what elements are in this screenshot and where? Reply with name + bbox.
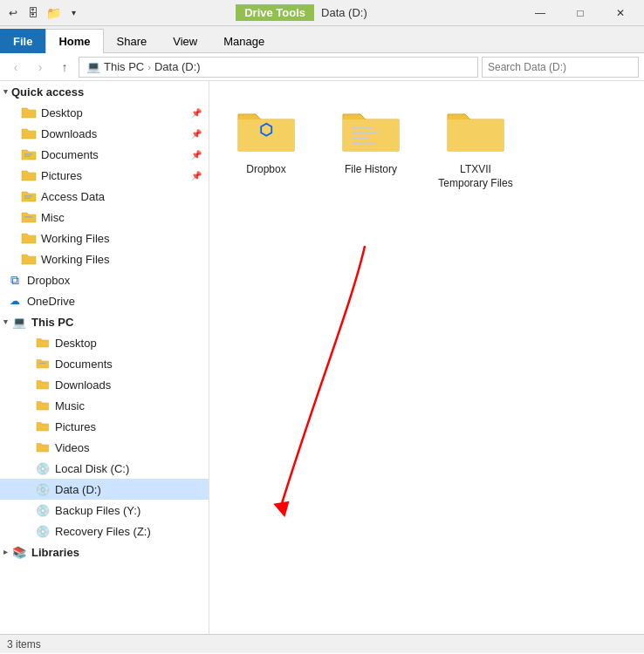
main-layout: ▾ Quick access Desktop 📌 Downloads 📌 Doc… [0, 81, 644, 634]
thispc-icon: 💻 [11, 314, 27, 330]
sidebar-item-label: Local Disk (C:) [55, 462, 129, 475]
folder-icon-large [336, 99, 406, 160]
ribbon: File Home Share View Manage [0, 26, 644, 53]
sidebar-thispc-desktop[interactable]: Desktop [0, 332, 209, 353]
folder-label: LTXVII Temporary Files [436, 163, 515, 190]
window-controls: — □ ✕ [520, 3, 641, 23]
this-pc-label: This PC [104, 60, 144, 73]
titlebar: ↩ 🗄 📁 ▾ Drive Tools Data (D:) — □ ✕ [0, 0, 644, 26]
titlebar-text: Drive Tools Data (D:) [83, 4, 520, 21]
folder-ltxvii[interactable]: LTXVII Temporary Files [436, 99, 515, 190]
svg-rect-8 [352, 132, 378, 134]
tab-manage[interactable]: Manage [210, 29, 277, 53]
svg-rect-9 [352, 137, 369, 140]
onedrive-icon: ☁ [7, 293, 23, 309]
sidebar-item-label: Dropbox [27, 274, 70, 287]
minimize-button[interactable]: — [520, 3, 560, 23]
folder-icon [21, 126, 37, 141]
sidebar-item-label: Data (D:) [55, 483, 101, 496]
close-button[interactable]: ✕ [600, 3, 641, 23]
addressbar: ‹ › ↑ 💻 This PC › Data (D:) [0, 53, 644, 81]
thispc-header[interactable]: ▾ 💻 This PC [0, 311, 209, 332]
tab-file[interactable]: File [0, 29, 45, 53]
folder-icon [21, 230, 37, 246]
svg-rect-7 [352, 126, 373, 129]
sidebar-item-label: Backup Files (Y:) [55, 504, 140, 517]
drive-tools-label: Drive Tools [236, 4, 314, 21]
new-folder-button[interactable]: 📁 [44, 3, 63, 23]
sidebar-item-working-files-2[interactable]: Working Files [0, 249, 209, 269]
sidebar-item-working-files-1[interactable]: Working Files [0, 228, 209, 249]
sidebar-item-label: Documents [41, 148, 99, 161]
path-separator: › [147, 62, 151, 72]
folder-grid: ⬡ Dropbox F [227, 99, 627, 190]
items-count: 3 items [7, 638, 41, 651]
sidebar-thispc-pictures[interactable]: Pictures [0, 416, 209, 437]
sidebar-item-documents[interactable]: Documents 📌 [0, 144, 209, 165]
dropbox-icon: ⧉ [7, 272, 23, 288]
folder-dropbox[interactable]: ⬡ Dropbox [227, 99, 305, 177]
content-area: ⬡ Dropbox F [209, 81, 644, 634]
sidebar-item-label: Downloads [55, 378, 111, 392]
sidebar-item-label: Downloads [41, 127, 97, 140]
disk-icon: 💿 [35, 481, 51, 497]
svg-rect-4 [24, 216, 32, 218]
forward-button[interactable]: › [30, 57, 51, 78]
maximize-button[interactable]: □ [560, 3, 600, 23]
sidebar-item-label: Pictures [41, 169, 82, 182]
sidebar-item-onedrive[interactable]: ☁ OneDrive [0, 290, 209, 311]
sidebar-item-label: Access Data [41, 190, 105, 203]
sidebar-item-label: Desktop [55, 337, 97, 350]
libraries-header[interactable]: ▸ 📚 Libraries [0, 542, 209, 562]
folder-file-history[interactable]: File History [332, 99, 410, 177]
statusbar: 3 items [0, 634, 644, 653]
sidebar-item-downloads[interactable]: Downloads 📌 [0, 123, 209, 144]
libraries-icon: 📚 [11, 544, 27, 560]
sidebar-thispc-downloads[interactable]: Downloads [0, 374, 209, 395]
expand-icon: ▾ [3, 317, 8, 326]
sidebar-item-label: Pictures [55, 420, 96, 433]
sidebar-item-label: OneDrive [27, 295, 75, 308]
sidebar-thispc-datad[interactable]: 💿 Data (D:) [0, 479, 209, 500]
sidebar-item-dropbox[interactable]: ⧉ Dropbox [0, 269, 209, 290]
undo-button[interactable]: ↩ [3, 3, 23, 23]
sidebar-thispc-documents[interactable]: Documents [0, 353, 209, 374]
customize-qat-button[interactable]: ▾ [64, 3, 83, 23]
pin-icon: 📌 [191, 129, 202, 139]
svg-rect-2 [24, 195, 32, 197]
search-input[interactable] [482, 57, 639, 78]
sidebar-item-misc[interactable]: Misc [0, 207, 209, 228]
sidebar: ▾ Quick access Desktop 📌 Downloads 📌 Doc… [0, 81, 209, 634]
tab-home[interactable]: Home [45, 29, 103, 53]
svg-rect-10 [352, 142, 376, 145]
thispc-label: This PC [31, 316, 73, 329]
sidebar-item-access-data[interactable]: Access Data [0, 186, 209, 207]
sidebar-item-label: Music [55, 399, 85, 412]
sidebar-thispc-backupy[interactable]: 💿 Backup Files (Y:) [0, 500, 209, 521]
folder-icon [21, 146, 37, 162]
back-button[interactable]: ‹ [5, 57, 26, 78]
up-button[interactable]: ↑ [54, 57, 75, 78]
sidebar-thispc-music[interactable]: Music [0, 395, 209, 416]
sidebar-thispc-videos[interactable]: Videos [0, 437, 209, 458]
folder-icon [21, 167, 37, 183]
tab-share[interactable]: Share [104, 29, 161, 53]
folder-icon [35, 335, 51, 351]
folder-icon [35, 356, 51, 371]
folder-icon [35, 419, 51, 434]
ribbon-tabs: File Home Share View Manage [0, 26, 644, 52]
sidebar-item-desktop[interactable]: Desktop 📌 [0, 102, 209, 123]
folder-icon [21, 188, 37, 204]
sidebar-item-pictures[interactable]: Pictures 📌 [0, 165, 209, 186]
properties-button[interactable]: 🗄 [24, 3, 43, 23]
sidebar-item-label: Recovery Files (Z:) [55, 525, 151, 538]
quick-access-header[interactable]: ▾ Quick access [0, 81, 209, 102]
folder-icon [21, 209, 37, 225]
address-path[interactable]: 💻 This PC › Data (D:) [79, 57, 478, 78]
pin-icon: 📌 [191, 171, 202, 181]
folder-icon [35, 398, 51, 413]
sidebar-thispc-recoveryz[interactable]: 💿 Recovery Files (Z:) [0, 521, 209, 542]
sidebar-thispc-localc[interactable]: 💿 Local Disk (C:) [0, 458, 209, 479]
tab-view[interactable]: View [160, 29, 210, 53]
svg-text:⬡: ⬡ [259, 121, 273, 139]
